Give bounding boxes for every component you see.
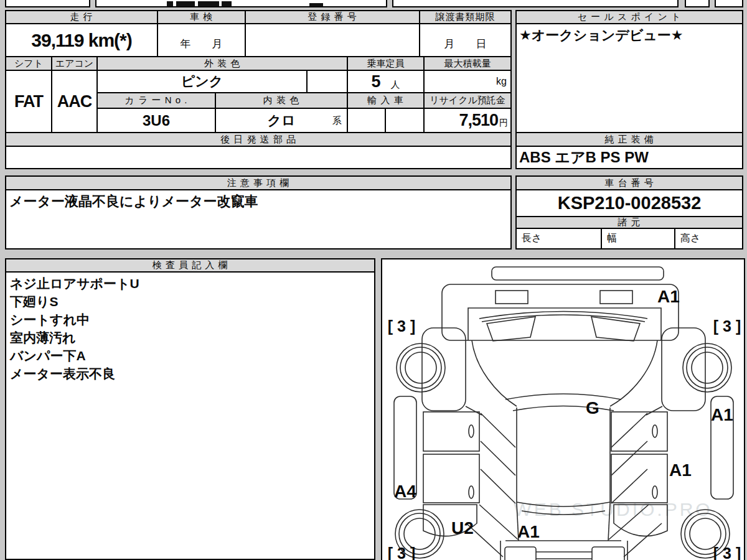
- shift-value: FAT: [5, 70, 52, 133]
- spec-length-label: 長さ: [522, 232, 542, 245]
- clipped-text-fragment: [198, 1, 219, 6]
- inspector-note: シートすれ中: [10, 310, 370, 329]
- genuine-equip-value: ABS エアB PS PW: [515, 146, 743, 169]
- spec-width-label: 幅: [607, 232, 617, 245]
- shaken-value: 年 月: [157, 23, 246, 57]
- car-diagram: WEB STUDIO.PRO: [382, 259, 744, 560]
- glass-label-windshield: G: [586, 398, 599, 418]
- inspector-note: 下廻りS: [10, 292, 370, 310]
- auction-sheet: 走 行 車 検 登 録 番 号 譲渡書類期限 39,119 km(*) 年 月 …: [0, 0, 747, 560]
- clipped-text-fragment: [309, 3, 323, 6]
- tire-label-front-left: [ 3 ]: [388, 317, 415, 335]
- shaken-header: 車 検: [157, 10, 246, 24]
- front-bumper: [442, 284, 679, 340]
- interior-color-header: 内 装 色: [215, 92, 348, 109]
- max-load-value: kg: [423, 70, 512, 93]
- color-no-header: カ ラ ー N o .: [96, 92, 216, 109]
- tire-label-rear-right: [ 3 ]: [713, 544, 741, 560]
- front-left-wheel: [397, 343, 445, 392]
- capacity-number: 5: [371, 72, 380, 91]
- sales-point-header: セ ー ル ス ポ イ ン ト: [515, 10, 743, 24]
- color-no-value: 3U6: [96, 108, 216, 133]
- aircon-value: AAC: [51, 70, 98, 133]
- sales-point-value: ★オークションデビュー★: [515, 23, 743, 133]
- recycle-fee-number: 7,510: [459, 111, 498, 130]
- inspector-note: 室内薄汚れ: [10, 329, 370, 347]
- import-car-cell-2: [385, 108, 425, 133]
- exterior-color-value: ピンク: [96, 70, 308, 93]
- spec-length-cell: 長さ: [515, 228, 602, 250]
- inspector-notes-box: ネジ止ロアサポートU 下廻りS シートすれ中 室内薄汚れ バンパー下A メーター…: [5, 271, 375, 560]
- left-front-door: [423, 412, 479, 451]
- clipped-text-fragment: [176, 1, 195, 6]
- spec-width-cell: 幅: [601, 228, 675, 250]
- tire-label-front-right: [ 3 ]: [713, 317, 741, 335]
- capacity-unit: 人: [391, 79, 400, 91]
- recycle-fee-header: リサイクル預託金: [423, 92, 512, 109]
- inspector-note: ネジ止ロアサポートU: [10, 274, 370, 292]
- spec-height-label: 高さ: [680, 232, 700, 245]
- car-diagram-box: WEB STUDIO.PRO: [381, 258, 745, 560]
- later-parts-header: 後 日 発 送 部 品: [5, 132, 512, 147]
- left-rear-door: [423, 454, 479, 503]
- interior-color-suffix: 系: [332, 115, 342, 127]
- caution-header: 注 意 事 項 欄: [5, 175, 512, 190]
- front-right-wheel: [683, 343, 731, 392]
- damage-label-right-rocker: A1: [711, 405, 733, 424]
- registration-header: 登 録 番 号: [245, 10, 420, 24]
- right-front-door: [611, 412, 667, 451]
- genuine-equip-header: 純 正 装 備: [515, 132, 743, 147]
- max-load-header: 最大積載量: [423, 56, 512, 71]
- import-car-header: 輸 入 車: [347, 92, 425, 109]
- clipped-cell: [685, 0, 710, 7]
- clipped-text-fragment: [167, 1, 173, 6]
- inspector-note: メーター表示不良: [10, 365, 370, 383]
- inspector-note: バンパー下A: [10, 347, 370, 365]
- clipped-top-row: [0, 0, 747, 7]
- clipped-cell: [5, 0, 90, 7]
- chassis-no-header: 車 台 番 号: [515, 175, 743, 190]
- clipped-cell: [715, 0, 743, 7]
- damage-label-right-rear-door: A1: [669, 460, 692, 480]
- exterior-color-extra-cell: [306, 70, 348, 93]
- clipped-text-fragment: [222, 1, 232, 6]
- clipped-cell: [95, 0, 387, 7]
- damage-label-left-quarter: U2: [451, 518, 474, 538]
- interior-color-name: クロ: [267, 111, 295, 130]
- mileage-header: 走 行: [5, 10, 158, 24]
- damage-label-left-rocker: A4: [394, 482, 416, 501]
- mileage-value: 39,119 km(*): [5, 23, 158, 57]
- inspector-header: 検 査 員 記 入 欄: [5, 258, 375, 273]
- capacity-header: 乗車定員: [347, 56, 425, 71]
- capacity-value: 5 人: [347, 70, 425, 93]
- recycle-fee-value: 7,510 円: [423, 108, 512, 133]
- clipped-cell: [392, 0, 679, 7]
- interior-color-value: クロ 系: [215, 108, 348, 133]
- transfer-docs-header: 譲渡書類期限: [419, 10, 512, 24]
- spec-height-cell: 高さ: [674, 228, 743, 250]
- aircon-header: エアコン: [51, 56, 98, 71]
- damage-label-rear-gate: A1: [517, 522, 540, 541]
- shift-header: シフト: [5, 56, 52, 71]
- specs-header: 諸 元: [515, 216, 743, 229]
- max-load-unit: kg: [496, 76, 507, 87]
- registration-value: [245, 23, 420, 57]
- exterior-color-header: 外 装 色: [96, 56, 348, 71]
- front-bumper-strip: [492, 267, 664, 280]
- transfer-docs-value: 月 日: [419, 23, 512, 57]
- import-car-cell-1: [347, 108, 386, 133]
- recycle-fee-unit: 円: [499, 118, 508, 129]
- chassis-no-value: KSP210-0028532: [515, 189, 743, 217]
- later-parts-value: [5, 146, 512, 169]
- caution-value: メーター液晶不良によりメーター改竄車: [5, 189, 512, 250]
- tire-label-rear-left: [ 3 ]: [388, 544, 415, 560]
- damage-label-front-bumper: A1: [657, 287, 680, 306]
